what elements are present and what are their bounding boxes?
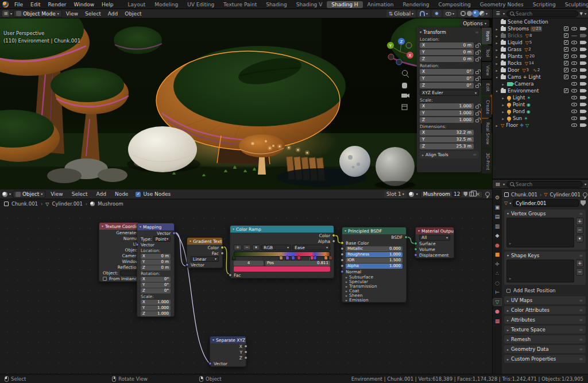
- workspace-tab[interactable]: UV Editing: [183, 1, 219, 8]
- vector-socket[interactable]: [172, 231, 176, 235]
- value-socket[interactable]: [220, 252, 224, 255]
- editor-type-icon[interactable]: ▤: [494, 181, 501, 187]
- tab-render[interactable]: ▣: [493, 204, 501, 211]
- outliner-row-grass[interactable]: Grass 2: [493, 46, 588, 53]
- render-visibility-icon[interactable]: [580, 103, 585, 106]
- breadcrumb-object[interactable]: Chunk.001: [511, 192, 537, 198]
- expand-icon[interactable]: [494, 123, 499, 127]
- pin-icon[interactable]: [485, 192, 490, 196]
- shader-menu[interactable]: Add: [92, 191, 109, 197]
- mapping-type-dropdown[interactable]: Point: [153, 236, 171, 242]
- lock-icon[interactable]: [475, 78, 479, 81]
- workspace-tab[interactable]: Layout: [123, 1, 150, 8]
- shape-keys-list[interactable]: [506, 260, 574, 283]
- shader-menu[interactable]: Node: [111, 191, 132, 197]
- number-field[interactable]: Y1.000: [141, 305, 171, 311]
- sidebar-tab[interactable]: 3D-Print: [482, 149, 492, 174]
- tab-material[interactable]: ●: [493, 308, 501, 315]
- node-gradient-texture[interactable]: Gradient Texture Color Fac Linear Vector: [187, 237, 223, 268]
- number-field[interactable]: Y32.5 m: [420, 137, 474, 142]
- stop-index-field[interactable]: 4: [234, 261, 264, 266]
- hide-eye-icon[interactable]: [571, 89, 577, 92]
- lock-icon[interactable]: [475, 71, 479, 74]
- visibility-dropdown[interactable]: [443, 10, 457, 17]
- exclude-checkbox[interactable]: [564, 54, 568, 59]
- vector-socket[interactable]: [414, 253, 417, 257]
- expand-icon[interactable]: [494, 27, 499, 31]
- expand-icon[interactable]: [494, 89, 499, 93]
- number-field[interactable]: Z25.3 m: [420, 144, 474, 149]
- value-socket[interactable]: [332, 239, 335, 243]
- pin-icon[interactable]: [583, 192, 587, 197]
- number-field[interactable]: X0 m: [420, 42, 474, 48]
- lock-icon[interactable]: [475, 52, 479, 55]
- expand-icon[interactable]: [501, 96, 505, 100]
- breadcrumb-material[interactable]: Mushroom: [98, 201, 123, 207]
- outliner-row-floor[interactable]: Floor: [493, 122, 588, 129]
- breadcrumb-object[interactable]: Chunk.001: [11, 201, 38, 207]
- drag-grip-icon[interactable]: [475, 30, 479, 35]
- color-mode-dropdown[interactable]: RGB: [261, 245, 291, 250]
- number-field[interactable]: X1.000: [420, 103, 474, 109]
- number-field[interactable]: Z1.000: [420, 117, 474, 123]
- tab-tool[interactable]: ⚙: [493, 194, 501, 201]
- outliner-row-liquid[interactable]: Liquid 5: [493, 39, 588, 46]
- render-visibility-icon[interactable]: [580, 61, 585, 65]
- number-field[interactable]: Y0°: [420, 76, 474, 82]
- wireframe-shading-icon[interactable]: [461, 11, 466, 16]
- number-field[interactable]: X1.000: [141, 300, 171, 305]
- workspace-tab[interactable]: Shading V: [292, 1, 327, 8]
- outliner-row-bricks[interactable]: Bricks 8: [493, 32, 588, 39]
- material-preview-icon[interactable]: [409, 192, 414, 197]
- exclude-checkbox[interactable]: [564, 33, 568, 38]
- hide-eye-icon[interactable]: [571, 123, 577, 127]
- number-field[interactable]: Z0°: [141, 288, 171, 293]
- render-visibility-icon[interactable]: [580, 41, 585, 44]
- vector-socket[interactable]: [185, 263, 189, 266]
- metallic-slider[interactable]: Metallic0.000: [346, 246, 403, 252]
- filter-icon[interactable]: ▼: [580, 11, 583, 16]
- color-socket[interactable]: [341, 241, 344, 245]
- tab-world[interactable]: ●: [493, 242, 501, 249]
- workspace-tab[interactable]: Shading H: [327, 1, 362, 8]
- gradient-type-dropdown[interactable]: Linear: [191, 256, 219, 262]
- remove-shape-key-button[interactable]: −: [576, 268, 583, 276]
- lock-icon[interactable]: [475, 113, 479, 115]
- color-socket[interactable]: [220, 246, 224, 249]
- panel-header[interactable]: Shape Keys: [504, 252, 586, 260]
- topbar-menu[interactable]: Render: [45, 2, 70, 7]
- hide-eye-icon[interactable]: [571, 96, 577, 99]
- expand-icon[interactable]: [501, 117, 505, 121]
- output-target-dropdown[interactable]: All: [419, 235, 450, 241]
- tab-object[interactable]: ■: [493, 251, 501, 258]
- workspace-tab[interactable]: Compositing: [434, 1, 475, 8]
- panel-header[interactable]: UV Maps: [504, 296, 586, 304]
- topbar-menu[interactable]: File: [11, 2, 26, 7]
- expand-icon[interactable]: [494, 48, 499, 52]
- viewport-pan-icon[interactable]: [402, 83, 407, 88]
- stop-color-swatch[interactable]: [234, 266, 330, 272]
- remove-stop-button[interactable]: −: [243, 245, 251, 250]
- render-visibility-icon[interactable]: [580, 96, 585, 99]
- proportional-editing[interactable]: [432, 10, 442, 17]
- value-socket[interactable]: [229, 273, 232, 277]
- tab-particles[interactable]: ∴: [493, 270, 501, 277]
- shader-menu[interactable]: View: [47, 191, 66, 197]
- outliner-row-scene-collection[interactable]: Scene Collection: [493, 18, 588, 25]
- expand-icon[interactable]: [494, 34, 499, 38]
- render-visibility-icon[interactable]: [580, 89, 585, 92]
- hide-eye-icon[interactable]: [571, 61, 577, 65]
- render-visibility-icon[interactable]: [580, 27, 585, 30]
- panel-header[interactable]: Vertex Groups: [504, 210, 586, 218]
- node-mapping[interactable]: Mapping Vector Type: Point Vector Locati…: [137, 223, 175, 317]
- align-tools-panel[interactable]: Align Tools: [420, 151, 479, 158]
- number-field[interactable]: Y0 m: [420, 49, 474, 55]
- expand-icon[interactable]: [494, 41, 499, 45]
- blender-logo-icon[interactable]: [2, 1, 9, 7]
- ramp-specials-button[interactable]: ▾: [252, 245, 260, 250]
- node-color-ramp[interactable]: Color Ramp Color Alpha + − ▾ RGB Ease 4 …: [230, 225, 334, 278]
- slot-selector[interactable]: Slot 1: [384, 191, 407, 198]
- sidebar-tab[interactable]: View: [482, 62, 492, 79]
- render-visibility-icon[interactable]: [580, 48, 585, 51]
- shader-socket[interactable]: [414, 247, 417, 251]
